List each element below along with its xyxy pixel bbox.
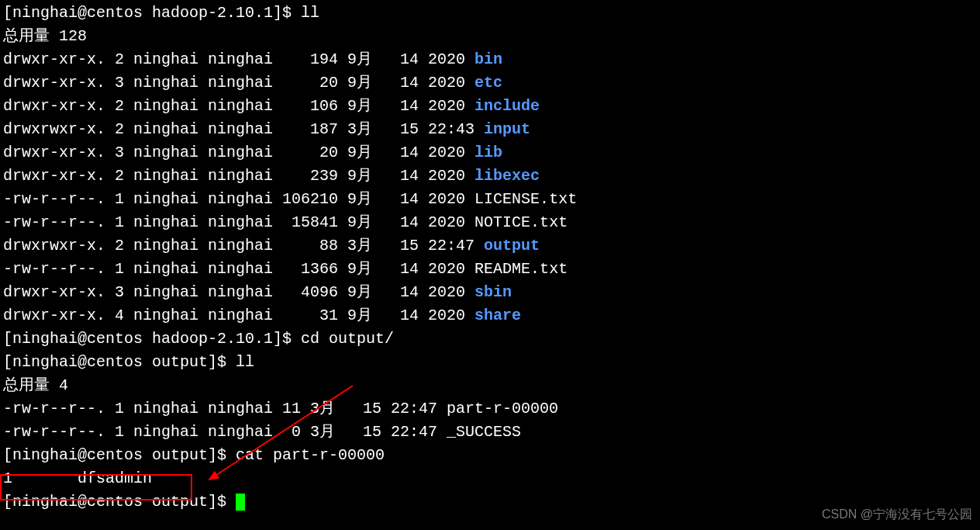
listing-row: drwxr-xr-x. 2 ninghai ninghai 194 9月 14 …: [3, 48, 977, 71]
prompt-text: [ninghai@centos hadoop-2.10.1]$: [3, 4, 301, 22]
listing-row: drwxr-xr-x. 3 ninghai ninghai 4096 9月 14…: [3, 281, 977, 304]
command-text: ll: [301, 4, 319, 22]
directory-name: share: [474, 307, 521, 324]
listing-row: drwxrwxr-x. 2 ninghai ninghai 88 3月 15 2…: [3, 234, 977, 258]
listing-row: drwxr-xr-x. 2 ninghai ninghai 239 9月 14 …: [3, 165, 977, 188]
listing-row: drwxr-xr-x. 2 ninghai ninghai 106 9月 14 …: [3, 95, 977, 118]
listing-row: drwxr-xr-x. 4 ninghai ninghai 31 9月 14 2…: [3, 304, 977, 327]
listing-row: -rw-r--r--. 1 ninghai ninghai 15841 9月 1…: [3, 211, 977, 234]
terminal-output[interactable]: [ninghai@centos hadoop-2.10.1]$ ll总用量 12…: [3, 2, 977, 514]
prompt-line: [ninghai@centos output]$ cat part-r-0000…: [3, 444, 977, 467]
listing-row: drwxr-xr-x. 3 ninghai ninghai 20 9月 14 2…: [3, 141, 977, 165]
directory-name: include: [474, 97, 540, 115]
directory-name: libexec: [474, 167, 540, 185]
prompt-text: [ninghai@centos output]$: [3, 446, 236, 464]
prompt-line: [ninghai@centos hadoop-2.10.1]$ cd outpu…: [3, 327, 977, 351]
directory-name: output: [484, 237, 540, 255]
file-name: _SUCCESS: [447, 423, 521, 441]
prompt-text: [ninghai@centos output]$: [3, 353, 236, 371]
total-line: 总用量 128: [3, 25, 977, 48]
directory-name: input: [484, 120, 530, 138]
file-name: part-r-00000: [447, 400, 558, 417]
listing-row: -rw-r--r--. 1 ninghai ninghai 106210 9月 …: [3, 188, 977, 211]
directory-name: lib: [474, 144, 502, 161]
listing-row: drwxrwxr-x. 2 ninghai ninghai 187 3月 15 …: [3, 118, 977, 141]
command-text: cd output/: [301, 330, 394, 348]
file-name: LICENSE.txt: [474, 190, 577, 208]
prompt-line: [ninghai@centos output]$ ll: [3, 351, 977, 374]
directory-name: bin: [474, 50, 502, 68]
listing-row: -rw-r--r--. 1 ninghai ninghai 0 3月 15 22…: [3, 421, 977, 444]
listing-row: -rw-r--r--. 1 ninghai ninghai 11 3月 15 2…: [3, 397, 977, 421]
listing-row: -rw-r--r--. 1 ninghai ninghai 1366 9月 14…: [3, 258, 977, 281]
watermark: CSDN @宁海没有七号公园: [822, 505, 972, 524]
total-line: 总用量 4: [3, 374, 977, 397]
command-text: ll: [236, 353, 254, 371]
prompt-text: [ninghai@centos hadoop-2.10.1]$: [3, 330, 301, 348]
listing-row: drwxr-xr-x. 3 ninghai ninghai 20 9月 14 2…: [3, 71, 977, 95]
command-text: cat part-r-00000: [236, 446, 385, 464]
cursor: [236, 494, 245, 511]
prompt-line: [ninghai@centos hadoop-2.10.1]$ ll: [3, 2, 977, 25]
directory-name: etc: [474, 74, 502, 92]
file-name: README.txt: [474, 260, 568, 278]
file-name: NOTICE.txt: [474, 213, 568, 231]
directory-name: sbin: [474, 283, 512, 301]
cat-output: 1 dfsadmin: [3, 467, 977, 490]
prompt-text: [ninghai@centos output]$: [3, 493, 236, 511]
